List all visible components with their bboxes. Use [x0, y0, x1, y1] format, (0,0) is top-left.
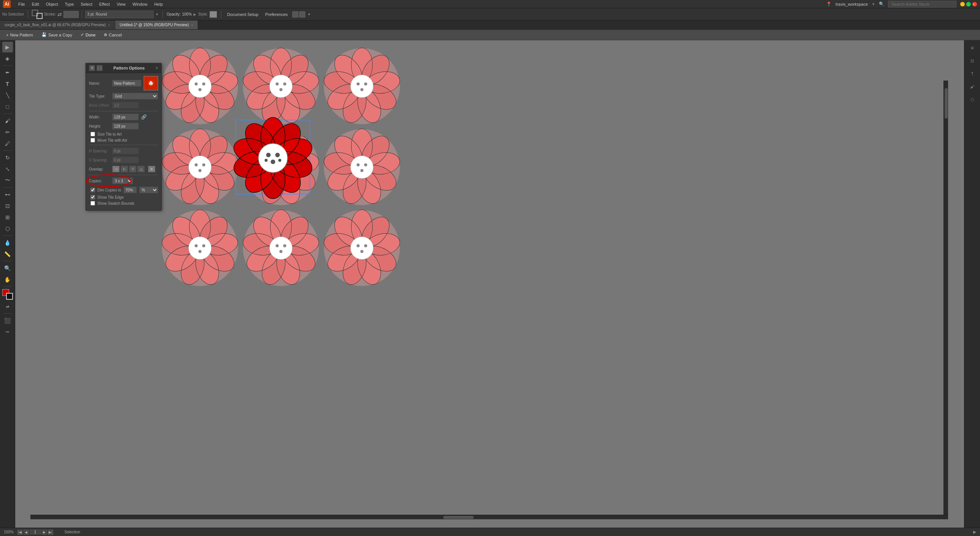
menu-view[interactable]: View — [114, 1, 129, 7]
stroke-label: Stroke: — [44, 12, 56, 16]
stroke-arrows[interactable]: ⇄ — [57, 11, 62, 17]
right-panel-btn-1[interactable]: ≡ — [966, 42, 978, 54]
minimize-button[interactable]: − — [960, 2, 965, 6]
menu-effect[interactable]: Effect — [96, 1, 113, 7]
overlap-btn-4[interactable]: △ — [137, 166, 145, 173]
dim-copies-dropdown[interactable]: % — [139, 187, 158, 193]
menu-select[interactable]: Select — [78, 1, 95, 7]
panel-menu-icon-1[interactable]: ☰ — [89, 65, 95, 71]
type-tool[interactable]: T — [2, 79, 13, 89]
measure-tool[interactable]: 📏 — [2, 249, 13, 260]
shape-builder-tool[interactable]: ⊞ — [2, 212, 13, 223]
right-panel-btn-3[interactable]: T — [966, 68, 978, 80]
warp-tool[interactable]: 〜 — [2, 175, 13, 186]
nav-next[interactable]: ▶ — [42, 530, 47, 535]
workspace-dropdown-icon[interactable]: ▼ — [872, 2, 875, 6]
nav-first[interactable]: |◀ — [18, 530, 23, 535]
vertical-scroll-thumb[interactable] — [945, 88, 948, 119]
rectangle-tool[interactable]: □ — [2, 101, 13, 112]
pattern-name-input[interactable] — [112, 80, 142, 87]
hand-tool[interactable]: ✋ — [2, 274, 13, 285]
scale-tool[interactable]: ⤡ — [2, 164, 13, 174]
screen-modes[interactable]: ⬛ — [2, 315, 13, 326]
stroke-indicator[interactable] — [6, 293, 13, 300]
nav-last[interactable]: ▶| — [48, 530, 53, 535]
width-link-icon[interactable]: 🔗 — [141, 114, 147, 120]
panel-close-button[interactable]: × — [156, 65, 158, 71]
arrange-dropdown[interactable]: ▼ — [307, 13, 311, 16]
direct-selection-tool[interactable]: ◈ — [2, 53, 13, 64]
blob-brush-tool[interactable]: 🖊 — [2, 138, 13, 149]
paintbrush-tool[interactable]: 🖌 — [2, 116, 13, 126]
overlap-btn-2[interactable]: ▷ — [121, 166, 128, 173]
stroke-color-box[interactable] — [37, 13, 43, 19]
show-tile-edge-checkbox[interactable] — [91, 195, 95, 200]
h-spacing-input[interactable] — [112, 147, 139, 154]
maximize-button[interactable]: □ — [966, 2, 971, 6]
canvas-area[interactable]: ☰ ⋮⋮ Pattern Options × Name: — [15, 40, 964, 528]
pencil-tool[interactable]: ✏ — [2, 127, 13, 138]
save-copy-button[interactable]: 💾 Save a Copy — [39, 32, 75, 38]
pattern-canvas — [160, 46, 403, 289]
live-paint-tool[interactable]: ⬡ — [2, 224, 13, 234]
stroke-color-indicator[interactable] — [64, 11, 79, 18]
status-arrow-icon[interactable]: ▶ — [973, 530, 976, 534]
tile-preview[interactable] — [144, 76, 158, 90]
preferences-button[interactable]: Preferences — [263, 11, 290, 17]
style-box[interactable] — [210, 11, 217, 18]
tile-type-select[interactable]: Grid Brick by Row Brick by Column Hex by… — [112, 93, 158, 100]
tab-2[interactable]: Untitled-1* @ 150% (RGB/GPU Preview) × — [115, 21, 198, 29]
align-icon-1[interactable] — [292, 11, 298, 17]
page-number-input[interactable] — [30, 530, 41, 534]
vertical-scrollbar[interactable] — [943, 81, 948, 515]
tab-2-close[interactable]: × — [191, 23, 193, 27]
zoom-tool[interactable]: 🔍 — [2, 263, 13, 273]
pen-tool[interactable]: ✒ — [2, 67, 13, 78]
opacity-forward-arrow[interactable]: ▶ — [194, 13, 196, 16]
eyedropper-tool[interactable]: 💧 — [2, 238, 13, 248]
done-button[interactable]: ✓ Done — [78, 32, 98, 38]
close-button[interactable]: × — [972, 2, 977, 6]
right-panel-btn-4[interactable]: 🖌 — [966, 81, 978, 93]
search-adobe-stock-input[interactable] — [888, 1, 956, 8]
new-pattern-button[interactable]: + New Pattern — [4, 32, 35, 38]
menu-window[interactable]: Window — [130, 1, 151, 7]
panel-menu-icon-2[interactable]: ⋮⋮ — [97, 65, 103, 71]
menu-object[interactable]: Object — [43, 1, 61, 7]
nav-prev[interactable]: ◀ — [24, 530, 29, 535]
stroke-value-input[interactable] — [85, 11, 154, 18]
height-input[interactable] — [112, 123, 139, 130]
dim-copies-input[interactable] — [124, 187, 137, 193]
dim-copies-checkbox[interactable] — [91, 188, 95, 192]
stroke-dropdown-arrow[interactable]: ▼ — [155, 13, 159, 16]
rotate-tool[interactable]: ↻ — [2, 152, 13, 163]
document-setup-button[interactable]: Document Setup — [225, 11, 261, 17]
line-tool[interactable]: ╲ — [2, 90, 13, 101]
tab-1[interactable]: corgie_v3_task_flow_v01.ai @ 66.67% (RGB… — [0, 21, 115, 29]
overlap-extra-btn[interactable]: ⊕ — [148, 166, 156, 173]
more-tools[interactable]: ••• — [2, 327, 13, 337]
overlap-btn-3[interactable]: ▽ — [129, 166, 137, 173]
swap-fill-stroke[interactable]: ⇄ — [2, 301, 13, 312]
cancel-button[interactable]: ⊗ Cancel — [102, 32, 124, 38]
menu-help[interactable]: Help — [151, 1, 166, 7]
width-input[interactable] — [112, 114, 139, 121]
overlap-btn-1[interactable]: ◁ — [112, 166, 120, 173]
horizontal-scroll-thumb[interactable] — [443, 516, 474, 519]
menu-edit[interactable]: Edit — [29, 1, 42, 7]
align-icon-2[interactable] — [299, 11, 305, 17]
selection-tool[interactable]: ▶ — [2, 42, 13, 52]
v-spacing-input[interactable] — [112, 157, 139, 163]
move-tile-checkbox[interactable] — [91, 138, 95, 143]
width-tool[interactable]: ⊷ — [2, 189, 13, 200]
menu-type[interactable]: Type — [62, 1, 77, 7]
menu-file[interactable]: File — [15, 1, 28, 7]
copies-select[interactable]: 3 x 3 5 x 5 7 x 7 — [112, 178, 133, 184]
free-transform-tool[interactable]: ⊡ — [2, 201, 13, 211]
right-panel-btn-5[interactable]: ⬡ — [966, 94, 978, 106]
tab-1-close[interactable]: × — [108, 23, 110, 27]
horizontal-scrollbar[interactable] — [30, 515, 948, 519]
show-swatch-bounds-checkbox[interactable] — [91, 201, 95, 206]
size-tile-checkbox[interactable] — [91, 132, 95, 136]
right-panel-btn-2[interactable]: ⊡ — [966, 55, 978, 67]
